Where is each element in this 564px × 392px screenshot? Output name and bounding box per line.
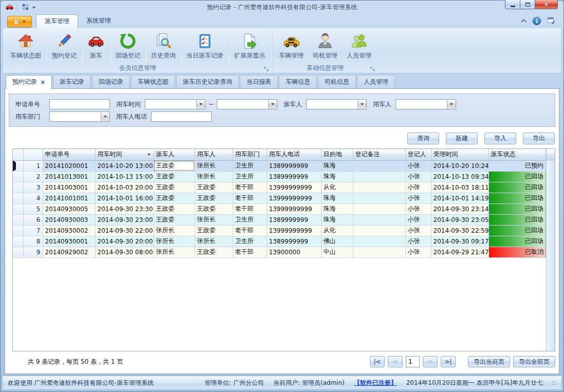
app-menu-button[interactable] — [7, 16, 32, 27]
info-icon[interactable]: i — [533, 17, 541, 25]
status-cell[interactable]: 已回场 — [488, 203, 546, 214]
ribbon-button-1-0[interactable]: 车辆管理 — [274, 30, 308, 64]
ribbon-button-1-1[interactable]: 司机管理 — [308, 30, 342, 64]
doc-tab-4[interactable]: 派车历史记录查询 — [176, 75, 239, 88]
table-cell[interactable]: 王政委 — [195, 247, 233, 257]
table-cell[interactable]: 张所长 — [195, 171, 233, 182]
last-page-button[interactable]: >| — [441, 356, 456, 367]
table-cell[interactable]: 2014-09-30 23:00 — [95, 214, 154, 225]
row-number-cell[interactable]: 4 — [23, 193, 43, 203]
table-cell[interactable]: 1389999999 — [267, 171, 321, 182]
dialog-launcher-icon[interactable] — [370, 66, 375, 71]
table-cell[interactable]: 2014-09-30 22:00 — [95, 225, 154, 236]
table-cell[interactable]: 2014-10-20 13:00 — [95, 160, 154, 171]
table-cell[interactable]: 2014-09-30 22:59 — [431, 225, 488, 236]
table-cell[interactable]: 张所长 — [154, 236, 195, 247]
column-header-10[interactable]: 派车状态 — [488, 149, 546, 160]
table-cell[interactable]: 2014-09-30 23:05 — [431, 214, 488, 225]
table-cell[interactable] — [353, 247, 405, 257]
dropdown-button[interactable] — [358, 100, 366, 109]
ribbon-button-0-0[interactable]: 车辆状态图 — [6, 30, 46, 64]
status-cell[interactable]: 已回场 — [488, 236, 546, 247]
license-link[interactable]: 【软件已注册】 — [354, 379, 397, 387]
dispatcher-combo[interactable] — [306, 99, 367, 109]
table-row[interactable]: 2201410130012014-10-13 15:00王政委张所长卫生所138… — [13, 171, 546, 182]
row-indicator-cell[interactable] — [13, 193, 23, 203]
table-cell[interactable]: 小张 — [405, 203, 431, 214]
row-number-cell[interactable]: 6 — [23, 214, 43, 225]
table-cell[interactable]: 老干部 — [233, 225, 267, 236]
table-cell[interactable]: 2014-10-13 09:34 — [431, 171, 488, 182]
column-header-1[interactable]: 用车时间 — [95, 149, 154, 160]
table-cell[interactable]: 20141003001 — [43, 182, 95, 193]
table-cell[interactable]: 2014-09-29 21:47 — [431, 247, 488, 257]
table-cell[interactable]: 王政委 — [195, 203, 233, 214]
page-number-input[interactable] — [406, 356, 420, 367]
table-cell[interactable]: 王政委 — [154, 214, 195, 225]
use-time-to-combo[interactable] — [217, 99, 277, 109]
ribbon-button-0-4[interactable]: 历史查询 — [146, 30, 180, 64]
maximize-button[interactable] — [520, 0, 535, 9]
table-cell[interactable]: 张所长 — [195, 214, 233, 225]
status-cell[interactable]: 已回场 — [488, 171, 546, 182]
vertical-scrollbar[interactable] — [546, 149, 555, 351]
column-header-5[interactable]: 用车人电话 — [267, 149, 321, 160]
row-number-cell[interactable]: 9 — [23, 247, 43, 257]
table-cell[interactable]: 13900000 — [267, 247, 321, 257]
column-header-6[interactable]: 目的地 — [321, 149, 353, 160]
ribbon-button-0-3[interactable]: 回场登记 — [111, 30, 145, 64]
table-cell[interactable]: 20140930002 — [43, 225, 95, 236]
table-cell[interactable]: 王政委 — [195, 193, 233, 203]
table-cell[interactable] — [353, 214, 405, 225]
row-indicator-cell[interactable] — [13, 247, 23, 257]
column-header-4[interactable]: 用车部门 — [233, 149, 267, 160]
table-cell[interactable]: 2014-09-30 20:00 — [95, 236, 154, 247]
doc-tab-8[interactable]: 人员管理 — [357, 75, 395, 88]
ribbon-tab-0[interactable]: 派车管理 — [36, 14, 78, 28]
column-header-9[interactable]: 受理时间 — [431, 149, 488, 160]
table-cell[interactable]: 20140930001 — [43, 236, 95, 247]
table-cell[interactable]: 珠海 — [321, 160, 353, 171]
close-button[interactable]: ✕ — [535, 0, 558, 9]
dropdown-button[interactable] — [196, 100, 205, 109]
doc-tab-7[interactable]: 司机信息 — [318, 75, 356, 88]
theme-switch-icon[interactable] — [547, 16, 556, 26]
table-cell[interactable]: 张所长 — [195, 160, 233, 171]
table-cell[interactable]: 2014-10-01 14:19 — [431, 193, 488, 203]
column-header-0[interactable]: 申请单号 — [43, 149, 95, 160]
minimize-button[interactable] — [505, 0, 520, 9]
table-cell[interactable]: 13999999999 — [267, 225, 321, 236]
export-current-page-button[interactable]: 导出当前页 — [468, 356, 510, 367]
table-cell[interactable]: 卫生所 — [233, 236, 267, 247]
table-row[interactable]: 9201409290022014-09-30 08:00张所长王政委老干部139… — [13, 247, 546, 257]
table-cell[interactable]: 1389999999 — [267, 236, 321, 247]
row-number-cell[interactable]: 5 — [23, 203, 43, 214]
table-cell[interactable] — [353, 236, 405, 247]
table-cell[interactable]: 王政委 — [154, 182, 195, 193]
table-cell[interactable]: 20141001001 — [43, 193, 95, 203]
table-cell[interactable]: 小张 — [405, 182, 431, 193]
ribbon-button-0-6[interactable]: 扩展屏显示 — [230, 30, 270, 64]
dropdown-button[interactable] — [447, 100, 456, 109]
row-indicator-cell[interactable] — [13, 214, 23, 225]
column-header-7[interactable]: 登记备注 — [353, 149, 405, 160]
table-cell[interactable]: 2014-09-30 08:00 — [95, 247, 154, 257]
table-cell[interactable]: 卫生所 — [233, 160, 267, 171]
status-cell[interactable]: 已回场 — [488, 182, 546, 193]
export-button[interactable]: 导出 — [523, 133, 555, 144]
row-indicator-cell[interactable] — [13, 236, 23, 247]
table-cell[interactable]: 13999999999 — [267, 193, 321, 203]
use-time-from-combo[interactable] — [145, 99, 205, 109]
table-cell[interactable]: 珠海 — [321, 193, 353, 203]
ribbon-tab-1[interactable]: 系统管理 — [78, 14, 119, 28]
table-cell[interactable]: 王政委 — [154, 160, 195, 171]
row-indicator-cell[interactable] — [13, 160, 23, 171]
table-row[interactable]: 6201409300032014-09-30 23:00王政委张所长卫生所138… — [13, 214, 546, 225]
table-cell[interactable]: 20140930005 — [43, 203, 95, 214]
status-cell[interactable]: 已预约 — [488, 160, 546, 171]
row-number-cell[interactable]: 1 — [23, 160, 43, 171]
ribbon-button-0-2[interactable]: 派车 — [83, 30, 109, 64]
doc-tab-1[interactable]: 派车记录 — [53, 75, 91, 88]
table-row[interactable]: 7201409300022014-09-30 22:00张所长王政委老干部139… — [13, 225, 546, 236]
table-cell[interactable]: 卫生所 — [233, 171, 267, 182]
